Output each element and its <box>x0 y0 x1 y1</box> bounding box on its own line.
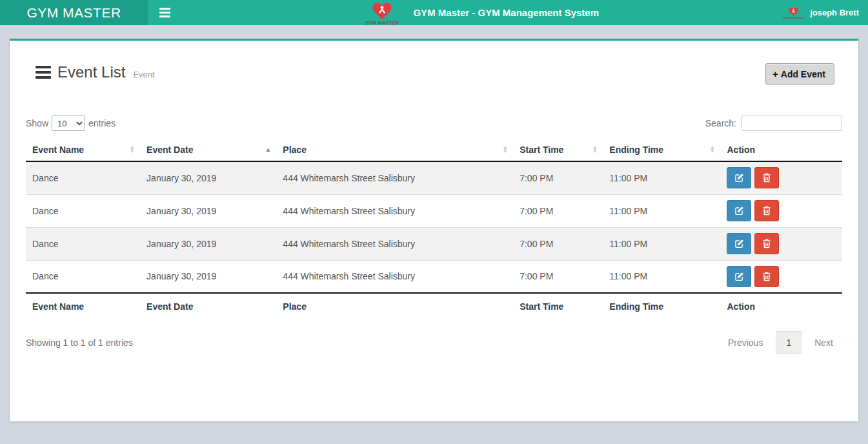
header-ending-time[interactable]: Ending Time <box>603 139 720 161</box>
delete-event-button[interactable] <box>754 266 779 287</box>
table-body: Dance January 30, 2019 444 Whitemarsh St… <box>26 161 842 293</box>
hamburger-icon <box>159 8 170 17</box>
cell-place: 444 Whitemarsh Street Salisbury <box>276 161 513 194</box>
table-info-bar: Showing 1 to 1 of 1 entries Previous 1 N… <box>26 331 842 354</box>
heart-logo-icon <box>372 2 392 20</box>
header-place[interactable]: Place <box>276 139 513 161</box>
table-row: Dance January 30, 2019 444 Whitemarsh St… <box>26 194 842 227</box>
header-start-time[interactable]: Start Time <box>513 139 603 161</box>
cell-start-time: 7:00 PM <box>513 161 603 194</box>
username-label: joseph Brett <box>810 8 859 17</box>
cell-start-time: 7:00 PM <box>513 227 603 260</box>
cell-event-date: January 30, 2019 <box>140 161 276 194</box>
show-label: Show <box>26 118 48 128</box>
page-number-button[interactable]: 1 <box>776 331 802 354</box>
cell-event-date: January 30, 2019 <box>140 260 276 293</box>
cell-ending-time: 11:00 PM <box>603 260 720 293</box>
plus-icon: + <box>772 68 778 79</box>
delete-event-button[interactable] <box>754 167 779 188</box>
table-row: Dance January 30, 2019 444 Whitemarsh St… <box>26 260 842 293</box>
delete-event-button[interactable] <box>754 233 779 254</box>
entries-info: Showing 1 to 1 of 1 entries <box>26 338 133 348</box>
cell-event-name: Dance <box>26 260 140 293</box>
cell-start-time: 7:00 PM <box>513 260 603 293</box>
header-event-date[interactable]: Event Date <box>140 139 276 161</box>
sidebar-toggle-button[interactable] <box>148 0 181 25</box>
list-menu-icon <box>35 66 51 79</box>
delete-event-button[interactable] <box>754 200 779 221</box>
cell-start-time: 7:00 PM <box>513 194 603 227</box>
table-row: Dance January 30, 2019 444 Whitemarsh St… <box>26 227 842 260</box>
event-table: Event Name Event Date Place Start Time E… <box>26 139 842 319</box>
cell-action <box>720 194 842 227</box>
footer-ending-time: Ending Time <box>603 293 720 319</box>
footer-place: Place <box>276 293 513 319</box>
edit-pencil-icon <box>734 206 744 216</box>
add-event-button[interactable]: + Add Event <box>765 63 834 85</box>
cell-place: 444 Whitemarsh Street Salisbury <box>276 227 513 260</box>
edit-event-button[interactable] <box>727 266 751 287</box>
cell-event-date: January 30, 2019 <box>140 194 276 227</box>
cell-place: 444 Whitemarsh Street Salisbury <box>276 194 513 227</box>
previous-page-button[interactable]: Previous <box>719 332 772 354</box>
trash-icon <box>762 173 771 183</box>
trash-icon <box>762 239 771 248</box>
sort-both-icon <box>129 146 135 153</box>
cell-action <box>720 161 842 194</box>
page-header: Event List Event + Add Event <box>35 63 842 85</box>
top-navbar: GYM MASTER GYM MASTER GYM Master - GYM M… <box>0 0 868 25</box>
cell-event-name: Dance <box>26 227 140 260</box>
table-row: Dance January 30, 2019 444 Whitemarsh St… <box>26 161 842 194</box>
footer-event-date: Event Date <box>140 293 276 319</box>
logo-caption: GYM MASTER <box>365 21 399 25</box>
cell-action <box>720 260 842 293</box>
pagination: Previous 1 Next <box>719 331 842 354</box>
edit-pencil-icon <box>734 173 744 183</box>
page-length-select[interactable]: 10 <box>52 116 85 131</box>
header-action: Action <box>720 139 842 161</box>
cell-ending-time: 11:00 PM <box>603 161 720 194</box>
table-footer-row: Event Name Event Date Place Start Time E… <box>26 293 842 319</box>
app-title: GYM Master - GYM Management System <box>413 7 599 18</box>
entries-label: entries <box>88 118 116 128</box>
trash-icon <box>762 206 771 216</box>
edit-pencil-icon <box>734 272 744 281</box>
user-avatar-logo: GYM MASTER <box>783 7 803 19</box>
cell-event-date: January 30, 2019 <box>140 227 276 260</box>
edit-event-button[interactable] <box>727 167 751 188</box>
app-logo: GYM MASTER <box>365 2 399 25</box>
footer-event-name: Event Name <box>26 293 140 319</box>
cell-event-name: Dance <box>26 194 140 227</box>
cell-place: 444 Whitemarsh Street Salisbury <box>276 260 513 293</box>
navbar-center: GYM MASTER GYM Master - GYM Management S… <box>181 0 783 25</box>
sort-both-icon <box>502 146 508 153</box>
sort-both-icon <box>710 146 716 153</box>
cell-event-name: Dance <box>26 161 140 194</box>
page-title: Event List <box>57 63 125 81</box>
table-header-row: Event Name Event Date Place Start Time E… <box>26 139 842 161</box>
footer-action: Action <box>720 293 842 319</box>
brand-link[interactable]: GYM MASTER <box>0 0 148 25</box>
user-menu[interactable]: GYM MASTER joseph Brett <box>783 0 868 25</box>
table-controls: Show 10 entries Search: <box>26 116 842 131</box>
search-label: Search: <box>705 118 736 128</box>
trash-icon <box>762 272 771 281</box>
sort-both-icon <box>592 146 598 153</box>
cell-ending-time: 11:00 PM <box>603 194 720 227</box>
sort-asc-icon <box>265 148 271 152</box>
cell-action <box>720 227 842 260</box>
footer-start-time: Start Time <box>513 293 603 319</box>
heart-logo-icon-small <box>789 7 798 16</box>
add-event-label: Add Event <box>781 69 825 79</box>
edit-event-button[interactable] <box>727 233 751 254</box>
header-event-name[interactable]: Event Name <box>26 139 140 161</box>
cell-ending-time: 11:00 PM <box>603 227 720 260</box>
next-page-button[interactable]: Next <box>805 332 842 354</box>
search-input[interactable] <box>742 116 842 131</box>
page-subtitle: Event <box>133 66 154 79</box>
edit-event-button[interactable] <box>727 200 751 221</box>
content-card: Event List Event + Add Event Show 10 ent… <box>10 39 858 421</box>
edit-pencil-icon <box>734 239 744 248</box>
logo-caption-small: GYM MASTER <box>783 17 803 19</box>
